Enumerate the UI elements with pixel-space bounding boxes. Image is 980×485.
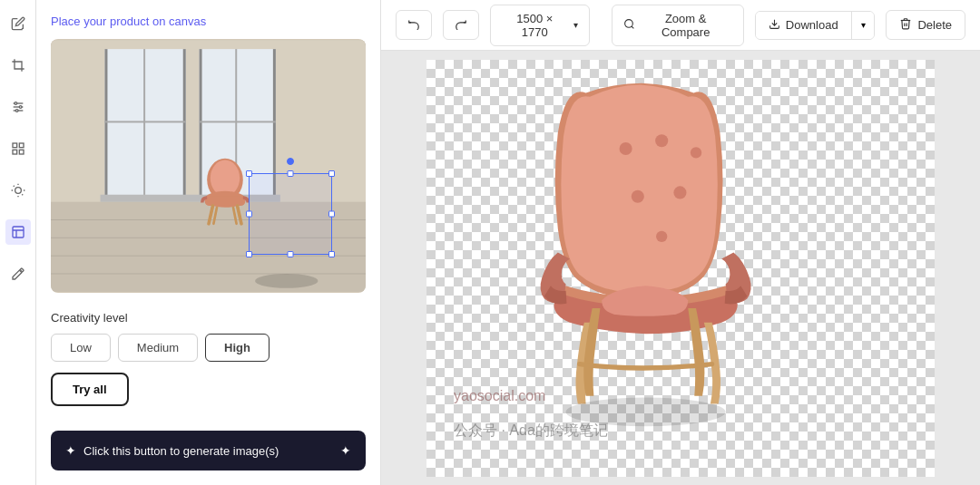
chevron-icon: ▾ — [573, 20, 578, 30]
crop-tool[interactable] — [5, 53, 31, 78]
grid-tool[interactable] — [5, 136, 31, 161]
svg-rect-21 — [104, 49, 107, 198]
generate-label: Click this button to generate image(s) — [83, 444, 279, 458]
background-tool[interactable] — [5, 219, 31, 245]
svg-rect-8 — [19, 150, 24, 154]
svg-line-42 — [213, 208, 217, 224]
svg-point-53 — [566, 397, 726, 426]
draw-tool[interactable] — [5, 261, 31, 286]
svg-point-35 — [255, 274, 318, 288]
creativity-buttons: Low Medium High — [51, 334, 366, 362]
delete-label: Delete — [917, 18, 952, 32]
canvas-surface: yaosocial.com 公众号 · Ada的跨境笔记 — [426, 60, 935, 477]
brightness-tool[interactable] — [5, 178, 31, 203]
high-creativity-btn[interactable]: High — [205, 334, 270, 362]
canvas-area[interactable]: yaosocial.com 公众号 · Ada的跨境笔记 — [381, 51, 980, 485]
undo-button[interactable] — [396, 10, 432, 40]
svg-point-37 — [210, 160, 239, 197]
zoom-compare-button[interactable]: Zoom & Compare — [612, 5, 744, 46]
panel-title: Place your product on canvas — [51, 15, 366, 28]
undo-icon — [407, 17, 420, 33]
download-button[interactable]: Download — [756, 12, 851, 39]
redo-button[interactable] — [443, 10, 479, 40]
svg-line-41 — [237, 206, 241, 224]
svg-point-5 — [15, 110, 18, 112]
svg-rect-17 — [13, 227, 24, 238]
svg-rect-7 — [19, 143, 24, 148]
svg-rect-29 — [200, 121, 276, 122]
sparkle-icon: ✦ — [65, 443, 76, 458]
svg-line-43 — [233, 208, 237, 224]
pencil-tool[interactable] — [5, 11, 31, 36]
chevron-down-icon: ▾ — [861, 20, 866, 30]
main-area: 1500 × 1770 ▾ Zoom & Compare — [381, 0, 980, 485]
zoom-compare-label: Zoom & Compare — [640, 12, 732, 39]
dimension-value: 1500 × 1770 — [502, 12, 568, 39]
download-caret-button[interactable]: ▾ — [851, 12, 875, 39]
download-group: Download ▾ — [755, 11, 876, 40]
redo-icon — [455, 17, 467, 33]
dimension-selector[interactable]: 1500 × 1770 ▾ — [490, 5, 590, 46]
svg-point-10 — [15, 188, 21, 194]
svg-point-52 — [656, 230, 667, 241]
svg-rect-24 — [104, 121, 185, 122]
svg-point-47 — [620, 141, 632, 154]
low-creativity-btn[interactable]: Low — [51, 334, 111, 362]
svg-point-50 — [632, 189, 644, 202]
svg-point-3 — [15, 102, 17, 105]
svg-rect-20 — [104, 49, 185, 198]
svg-line-14 — [22, 194, 23, 195]
side-panel: Place your product on canvas — [36, 0, 381, 485]
svg-rect-23 — [143, 49, 145, 198]
delete-button[interactable]: Delete — [886, 10, 965, 40]
sparkle-icon-right: ✦ — [340, 443, 351, 458]
top-toolbar: 1500 × 1770 ▾ Zoom & Compare — [381, 0, 980, 51]
svg-rect-9 — [13, 150, 17, 154]
left-toolbar — [0, 0, 36, 485]
try-all-button[interactable]: Try all — [51, 373, 129, 406]
medium-creativity-btn[interactable]: Medium — [118, 334, 198, 362]
canvas-preview[interactable] — [51, 39, 366, 293]
svg-line-40 — [209, 206, 213, 224]
svg-rect-6 — [13, 143, 17, 148]
selection-overlay[interactable] — [249, 173, 332, 255]
svg-point-51 — [673, 186, 686, 199]
adjust-tool[interactable] — [5, 94, 31, 120]
download-icon — [769, 18, 780, 33]
svg-point-49 — [691, 147, 701, 158]
svg-point-4 — [19, 106, 22, 109]
generate-button[interactable]: ✦ Click this button to generate image(s)… — [51, 431, 366, 470]
svg-point-48 — [655, 134, 668, 147]
svg-point-44 — [624, 19, 632, 27]
svg-rect-39 — [204, 196, 245, 206]
download-label: Download — [786, 18, 838, 32]
svg-line-13 — [13, 186, 14, 187]
zoom-icon — [623, 18, 635, 33]
creativity-title: Creativity level — [51, 311, 366, 325]
trash-icon — [899, 17, 912, 33]
chair-image — [481, 69, 898, 468]
svg-line-45 — [632, 26, 633, 28]
